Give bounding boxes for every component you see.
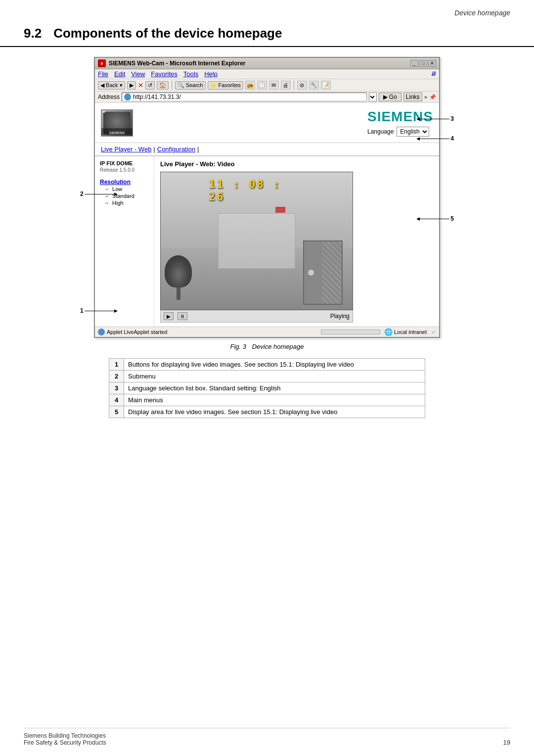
links-button[interactable]: Links: [403, 93, 422, 101]
back-button[interactable]: ◀ Back ▾: [98, 81, 125, 90]
device-homepage-content: SIEMENS SIEMENS Language English: [95, 103, 439, 327]
go-button[interactable]: ▶ Go: [379, 93, 401, 101]
ref-number-1: 1: [109, 359, 124, 371]
status-text: Applet LiveApplet started: [107, 329, 167, 335]
close-button[interactable]: ✕: [428, 60, 436, 67]
browser-statusbar: Applet LiveApplet started 🌐 Local intran…: [95, 327, 439, 337]
address-globe-icon: [124, 94, 131, 100]
favorites-button[interactable]: ⭐ Favorites: [208, 81, 243, 90]
media-button[interactable]: 📻: [245, 81, 255, 90]
browser-title-controls[interactable]: _ □ ✕: [410, 60, 436, 67]
video-timestamp: 11 : 08 : 26: [209, 178, 305, 203]
sidebar-item-high[interactable]: → High: [100, 199, 149, 206]
ref-desc-2: Submenu: [124, 371, 425, 382]
ref-number-3: 3: [109, 382, 124, 394]
home-button[interactable]: 🏠: [157, 81, 169, 90]
intranet-status: 🌐 Local intranet: [384, 328, 427, 336]
minimize-button[interactable]: _: [410, 60, 418, 67]
print-button[interactable]: 🖨: [281, 81, 291, 90]
ref-number-4: 4: [109, 394, 124, 406]
progress-bar: [321, 330, 380, 334]
siemens-brand-area: SIEMENS Language English: [367, 107, 433, 139]
browser-title-left: e SIEMENS Web-Cam - Microsoft Internet E…: [98, 59, 246, 67]
table-row: 3 Language selection list box. Standard …: [109, 382, 425, 394]
section-number: 9.2: [24, 26, 42, 41]
browser-menubar: File Edit View Favorites Tools Help 🖥: [95, 69, 439, 79]
table-row: 1 Buttons for displaying live video imag…: [109, 359, 425, 371]
camera-thumbnail: SIEMENS: [101, 109, 133, 137]
nav-live-player[interactable]: Live Player - Web: [101, 145, 151, 153]
video-plant: [165, 255, 192, 300]
address-input[interactable]: http://141.73.31.3/: [122, 93, 366, 101]
toolbar-separator: [172, 81, 172, 90]
figure-label: Fig. 3: [230, 343, 247, 350]
toolbar-extra-icon: »: [424, 94, 427, 100]
browser-title-bar: e SIEMENS Web-Cam - Microsoft Internet E…: [95, 58, 439, 69]
page-footer: Siemens Building Technologies Fire Safet…: [24, 728, 510, 746]
device-nav: Live Player - Web | Configuration |: [95, 143, 439, 156]
ref-number-5: 5: [109, 406, 124, 418]
history-button[interactable]: 🕒: [257, 81, 267, 90]
video-controls: ▶ ⏸ Playing: [160, 310, 353, 323]
forward-button[interactable]: ▶: [127, 81, 136, 90]
address-dropdown[interactable]: [369, 93, 377, 101]
table-row: 4 Main menus: [109, 394, 425, 406]
header-italic-text: Device homepage: [454, 9, 510, 17]
menu-tools[interactable]: Tools: [183, 70, 198, 78]
content-area: 1 ▶ 2 ▶ ▶ 3 ▶ 4 ▶ 5: [0, 57, 534, 418]
footer-line2: Fire Safety & Security Products: [24, 739, 510, 746]
ref-desc-1: Buttons for displaying live video images…: [124, 359, 425, 371]
sidebar-resolution-link[interactable]: Resolution: [100, 179, 149, 186]
status-left: Applet LiveApplet started: [98, 329, 167, 335]
status-right: 🌐 Local intranet ⟋: [321, 328, 436, 336]
browser-window: e SIEMENS Web-Cam - Microsoft Internet E…: [94, 57, 440, 338]
video-door: [303, 240, 343, 305]
playing-status: Playing: [330, 313, 350, 320]
extra-icon[interactable]: 📝: [321, 81, 331, 90]
ref-number-2: 2: [109, 371, 124, 382]
menu-favorites[interactable]: Favorites: [151, 70, 177, 78]
page-header: Device homepage: [0, 0, 534, 17]
main-section-title: Live Player - Web: Video: [160, 160, 433, 168]
device-release: Release 1.5.0.0: [100, 167, 149, 173]
address-url: http://141.73.31.3/: [133, 94, 181, 100]
mail-button[interactable]: ✉: [269, 81, 279, 90]
device-body: IP FIX DOME Release 1.5.0.0 Resolution →…: [95, 156, 439, 327]
reference-table-body: 1 Buttons for displaying live video imag…: [109, 359, 425, 418]
device-main: Live Player - Web: Video: [154, 156, 439, 327]
video-container: 11 : 08 : 26: [160, 172, 353, 310]
ref-desc-3: Language selection list box. Standard se…: [124, 382, 425, 394]
video-red-accent: [275, 207, 285, 213]
video-corridor: [218, 213, 295, 268]
status-globe-icon: [98, 329, 105, 335]
address-label: Address: [98, 94, 120, 100]
figure-caption: Fig. 3 Device homepage: [24, 343, 510, 350]
menu-view[interactable]: View: [131, 70, 145, 78]
menu-help[interactable]: Help: [204, 70, 218, 78]
table-row: 5 Display area for live video images. Se…: [109, 406, 425, 418]
section-heading: Components of the device homepage: [53, 26, 282, 41]
search-button[interactable]: 🔍 Search: [175, 81, 206, 90]
refresh-button[interactable]: ↺: [145, 81, 155, 90]
device-logo-area: SIEMENS: [101, 109, 133, 137]
ie-icon: e: [98, 59, 106, 67]
go-arrow: ▶: [383, 94, 388, 100]
resize-handle[interactable]: ⟋: [431, 329, 436, 335]
nav-configuration[interactable]: Configuration: [157, 145, 195, 153]
no-icon[interactable]: ⊘: [297, 81, 307, 90]
browser-toolbar: ◀ Back ▾ ▶ ✕ ↺ 🏠 🔍 Search ⭐ Favorites 📻 …: [95, 79, 439, 92]
stop-button[interactable]: ✕: [138, 82, 143, 89]
play-button[interactable]: ▶: [164, 312, 174, 320]
figure-title: Device homepage: [252, 343, 304, 350]
device-sidebar: IP FIX DOME Release 1.5.0.0 Resolution →…: [95, 156, 154, 327]
tools-icon[interactable]: 🔧: [309, 81, 319, 90]
footer-line1: Siemens Building Technologies: [24, 732, 510, 739]
section-title-bar: 9.2 Components of the device homepage: [0, 17, 534, 47]
menu-file[interactable]: File: [98, 70, 108, 78]
intranet-icon: 🌐: [384, 328, 393, 336]
toolbar-separator-2: [294, 81, 294, 90]
pause-button[interactable]: ⏸: [178, 312, 187, 320]
device-model: IP FIX DOME: [100, 160, 149, 166]
restore-button[interactable]: □: [419, 60, 427, 67]
menu-edit[interactable]: Edit: [114, 70, 125, 78]
